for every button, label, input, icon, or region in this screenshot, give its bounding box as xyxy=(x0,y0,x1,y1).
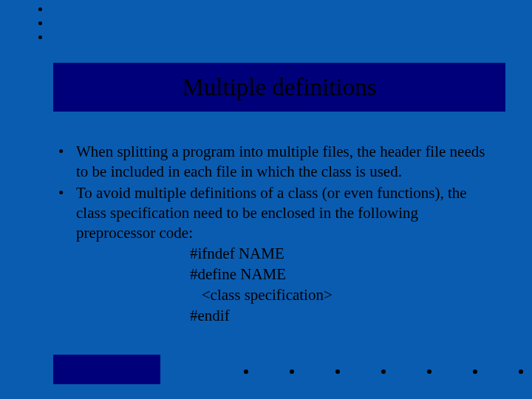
dot-icon xyxy=(381,369,386,374)
dot-icon xyxy=(427,369,432,374)
bullet-text: When splitting a program into multiple f… xyxy=(76,142,499,182)
code-line: #endif xyxy=(190,306,499,327)
code-line: #define NAME xyxy=(190,265,499,285)
decorative-dots-top xyxy=(38,7,42,39)
list-item: • To avoid multiple definitions of a cla… xyxy=(55,183,499,243)
decorative-dots-bottom xyxy=(244,369,523,374)
bullet-marker: • xyxy=(55,142,76,182)
dot-icon xyxy=(473,369,477,374)
dot-icon xyxy=(38,21,42,25)
list-item: • When splitting a program into multiple… xyxy=(55,142,499,182)
code-line: #ifndef NAME xyxy=(190,244,499,265)
dot-icon xyxy=(38,7,42,11)
decorative-bar-bottom xyxy=(53,355,160,384)
dot-icon xyxy=(38,35,42,39)
dot-icon xyxy=(519,369,523,374)
dot-icon xyxy=(290,369,294,374)
code-block: #ifndef NAME #define NAME <class specifi… xyxy=(190,244,499,326)
slide-title: Multiple definitions xyxy=(182,74,376,101)
dot-icon xyxy=(244,369,248,374)
dot-icon xyxy=(335,369,340,374)
slide-body: • When splitting a program into multiple… xyxy=(55,142,499,326)
bullet-text: To avoid multiple definitions of a class… xyxy=(76,183,499,243)
code-line: <class specification> xyxy=(190,285,499,306)
title-bar: Multiple definitions xyxy=(53,63,505,112)
bullet-marker: • xyxy=(55,183,76,243)
